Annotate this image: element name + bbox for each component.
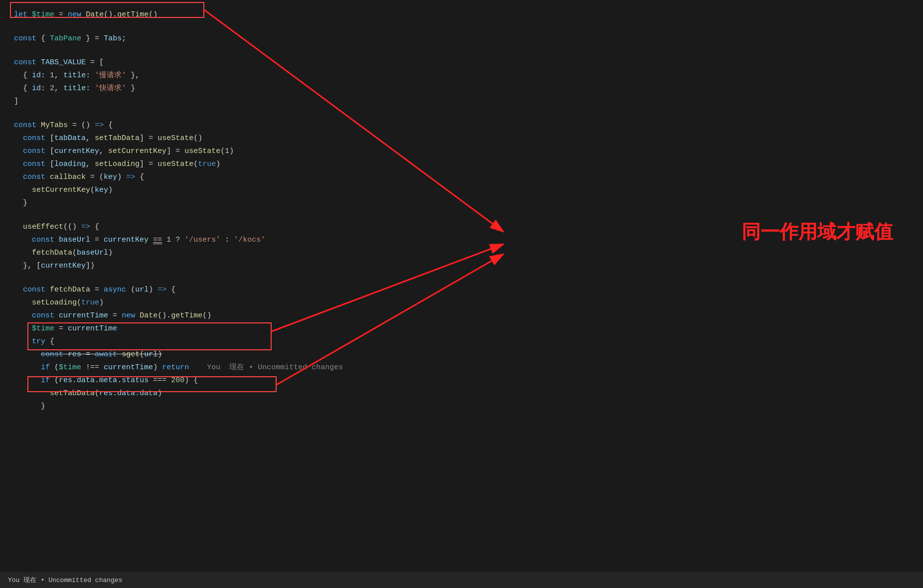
code-line-21: }, [ currentKey ])	[14, 260, 923, 273]
code-line-16: }	[14, 197, 923, 210]
code-line-5: const TABS_VALUE = [	[14, 57, 923, 70]
code-line-22	[14, 273, 923, 284]
code-line-19: const baseUrl = currentKey == 1 ? '/user…	[14, 234, 923, 247]
code-line-3: const { TabPane } = Tabs ;	[14, 33, 923, 46]
status-bar: You 现在 • Uncommitted changes	[0, 572, 923, 588]
code-line-10: const MyTabs = () => {	[14, 120, 923, 133]
code-line-4	[14, 46, 923, 57]
status-bullet: •	[40, 577, 44, 584]
code-line-31: setTabData ( res . data . data )	[14, 388, 923, 401]
code-line-20: fetchData ( baseUrl )	[14, 247, 923, 260]
code-line-30: if ( res . data . meta . status === 200 …	[14, 375, 923, 388]
code-line-1: let $time = new Date () . getTime ()	[14, 9, 923, 22]
code-line-12: const [ currentKey , setCurrentKey ] = u…	[14, 146, 923, 158]
code-line-15: setCurrentKey ( key )	[14, 184, 923, 197]
code-editor: let $time = new Date () . getTime () con…	[0, 0, 923, 414]
code-line-7: { id : 2 , title : '快请求' }	[14, 83, 923, 96]
code-line-18: useEffect (() => {	[14, 221, 923, 234]
code-line-11: const [ tabData , setTabData ] = useStat…	[14, 133, 923, 146]
code-line-9	[14, 109, 923, 120]
code-line-27: try {	[14, 336, 923, 349]
code-line-6: { id : 1 , title : '慢请求' },	[14, 70, 923, 83]
code-line-23: const fetchData = async ( url ) => {	[14, 284, 923, 297]
code-line-17	[14, 210, 923, 221]
status-you-label: You	[8, 577, 19, 584]
code-line-25: const currentTime = new Date () . getTim…	[14, 310, 923, 323]
code-line-8: ]	[14, 96, 923, 109]
code-line-24: setLoading ( true )	[14, 297, 923, 310]
code-line-2	[14, 22, 923, 33]
code-line-29: if ( $time !== currentTime ) return You …	[14, 362, 923, 375]
code-line-14: const callback = ( key ) => {	[14, 171, 923, 184]
code-line-26: $time = currentTime	[14, 323, 923, 336]
status-you: You	[207, 362, 220, 374]
code-line-32: }	[14, 401, 923, 414]
var-time: $time	[32, 9, 54, 21]
code-line-28: const res = await sget ( url )	[14, 349, 923, 362]
status-separator: 现在	[23, 576, 36, 585]
status-changes-label: Uncommitted changes	[48, 577, 122, 584]
keyword-let: let	[14, 9, 27, 21]
code-line-13: const [ loading , setLoading ] = useStat…	[14, 158, 923, 171]
